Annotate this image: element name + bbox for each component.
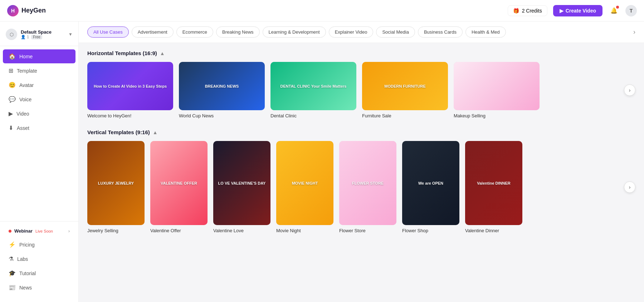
vertical-card-flower-shop[interactable]: We are OPEN Flower Shop [402,141,459,233]
filter-tab-explainer[interactable]: Explainer Video [329,26,374,38]
card-image-movie-night: MOVIE NIGHT [276,141,333,225]
vertical-grid: LUXURY JEWELRY Jewelry Selling VALENTINE… [87,141,635,233]
sidebar-item-label-template: Template [17,68,37,74]
notification-bell[interactable]: 🔔 [608,5,620,16]
voice-icon: 💬 [9,96,16,103]
sidebar-item-label-labs: Labs [17,256,28,262]
news-icon: 📰 [9,284,16,291]
horizontal-next-button[interactable]: › [624,84,635,96]
create-video-label: Create Video [566,8,596,14]
sidebar-item-label-news: News [19,285,32,291]
space-meta: 👤 1 Free [21,35,65,39]
horizontal-section-title: Horizontal Templates (16:9) [87,50,157,56]
card-image-dental: DENTAL CLINIC Your Smile Matters [270,62,356,110]
card-label-flower-shop: Flower Shop [402,228,459,233]
sidebar-item-label-video: Video [16,111,29,117]
horizontal-card-heygen[interactable]: How to Create AI Video in 3 Easy Steps W… [87,62,173,118]
header: H HeyGen 🎁 2 Credits ▶ Create Video 🔔 T [0,0,644,21]
sidebar-item-pricing[interactable]: ⚡Pricing [3,238,75,252]
sidebar-bottom: Webinar Live Soon › ⚡Pricing⚗Labs🎓Tutori… [0,221,78,298]
sidebar-item-asset[interactable]: ⬇Asset [3,121,75,135]
filter-tab-health[interactable]: Health & Med [465,26,506,38]
vertical-card-valentine-offer[interactable]: VALENTINE OFFER Valentine Offer [150,141,208,233]
asset-icon: ⬇ [9,125,13,131]
sidebar-item-voice[interactable]: 💬Voice [3,92,75,106]
sidebar-item-label-voice: Voice [19,97,31,102]
filter-tab-ecommerce[interactable]: Ecommerce [176,26,213,38]
filter-tab-all[interactable]: All Use Cases [87,26,129,38]
free-badge: Free [31,35,42,39]
sidebar-item-template[interactable]: ⊞Template [3,64,75,78]
sidebar: ⬡ Default Space 👤 1 Free ▼ 🏠Home⊞Templat… [0,21,79,302]
horizontal-card-worldcup[interactable]: BREAKING NEWS World Cup News [179,62,265,118]
card-image-flower-store: FLOWER STORE [339,141,396,225]
card-label-jewelry: Jewelry Selling [87,228,145,233]
card-label-makeup: Makeup Selling [454,113,540,118]
avatar-initial: T [630,8,633,14]
card-label-valentine-love: Valentine Love [213,228,270,233]
horizontal-card-dental[interactable]: DENTAL CLINIC Your Smile Matters Dental … [270,62,356,118]
notification-dot [616,6,619,9]
vertical-card-valentine-love[interactable]: LO VE VALENTINE'S DAY Valentine Love [213,141,270,233]
card-image-valentine-love: LO VE VALENTINE'S DAY [213,141,270,225]
sidebar-item-home[interactable]: 🏠Home [3,49,75,63]
card-label-heygen: Welcome to HeyGen! [87,113,173,118]
card-inner-furniture: MODERN FURNITURE [362,62,448,110]
create-video-button[interactable]: ▶ Create Video [553,5,602,16]
card-image-makeup [454,62,540,110]
filter-tab-learning[interactable]: Learning & Development [263,26,326,38]
vertical-card-valentine-dinner[interactable]: Valentine DINNER Valentine Dinner [465,141,522,233]
vertical-card-movie-night[interactable]: MOVIE NIGHT Movie Night [276,141,333,233]
card-inner-worldcup: BREAKING NEWS [179,62,265,110]
vertical-collapse-icon[interactable]: ▲ [153,130,158,135]
user-avatar[interactable]: T [625,5,637,16]
filter-tab-social[interactable]: Social Media [376,26,415,38]
vertical-next-button[interactable]: › [624,181,635,193]
card-inner-flower-store: FLOWER STORE [339,141,396,225]
credits-button[interactable]: 🎁 2 Credits [508,5,547,16]
sidebar-item-news[interactable]: 📰News [3,281,75,294]
sidebar-item-webinar[interactable]: Webinar Live Soon › [3,225,75,237]
horizontal-section-header: Horizontal Templates (16:9) ▲ [87,50,635,56]
card-label-dental: Dental Clinic [270,113,356,118]
filter-tab-business-cards[interactable]: Business Cards [418,26,463,38]
sidebar-item-labs[interactable]: ⚗Labs [3,252,75,266]
filter-more-button[interactable]: › [633,28,635,36]
sidebar-user-info: Default Space 👤 1 Free [21,29,65,39]
logo[interactable]: H HeyGen [7,5,46,16]
vertical-card-flower-store[interactable]: FLOWER STORE Flower Store [339,141,396,233]
horizontal-card-furniture[interactable]: MODERN FURNITURE Furniture Sale [362,62,448,118]
pricing-icon: ⚡ [9,241,16,248]
card-label-valentine-offer: Valentine Offer [150,228,208,233]
horizontal-collapse-icon[interactable]: ▲ [160,50,165,56]
card-overlay-valentine-offer: VALENTINE OFFER [161,181,197,185]
filter-tabs: All Use CasesAdvertisementEcommerceBreak… [87,26,506,38]
filter-tab-advertisement[interactable]: Advertisement [132,26,174,38]
header-right: 🎁 2 Credits ▶ Create Video 🔔 T [508,5,637,16]
main-layout: ⬡ Default Space 👤 1 Free ▼ 🏠Home⊞Templat… [0,21,644,302]
card-label-flower-store: Flower Store [339,228,396,233]
card-inner-flower-shop: We are OPEN [402,141,459,225]
credits-label: 2 Credits [522,8,542,14]
card-image-valentine-offer: VALENTINE OFFER [150,141,208,225]
vertical-section-header: Vertical Templates (9:16) ▲ [87,129,635,135]
sidebar-bottom-nav: ⚡Pricing⚗Labs🎓Tutorial📰News [0,238,78,294]
horizontal-card-makeup[interactable]: Makeup Selling [454,62,540,118]
horizontal-grid: How to Create AI Video in 3 Easy Steps W… [87,62,635,118]
card-image-furniture: MODERN FURNITURE [362,62,448,110]
vertical-card-jewelry[interactable]: LUXURY JEWELRY Jewelry Selling [87,141,145,233]
gift-icon: 🎁 [513,8,519,14]
card-overlay-flower-store: FLOWER STORE [352,181,384,185]
sidebar-user[interactable]: ⬡ Default Space 👤 1 Free ▼ [0,26,78,46]
card-inner-movie-night: MOVIE NIGHT [276,141,333,225]
sidebar-item-tutorial[interactable]: 🎓Tutorial [3,266,75,280]
webinar-arrow-icon: › [68,229,70,234]
filter-tab-breaking-news[interactable]: Breaking News [216,26,259,38]
card-label-valentine-dinner: Valentine Dinner [465,228,522,233]
sidebar-item-video[interactable]: ▶Video [3,107,75,121]
user-count: 👤 1 [21,35,29,39]
create-video-icon: ▶ [560,8,564,14]
sidebar-item-avatar[interactable]: 😊Avatar [3,78,75,92]
card-overlay-heygen: How to Create AI Video in 3 Easy Steps [94,84,167,88]
card-overlay-jewelry: LUXURY JEWELRY [98,181,134,185]
